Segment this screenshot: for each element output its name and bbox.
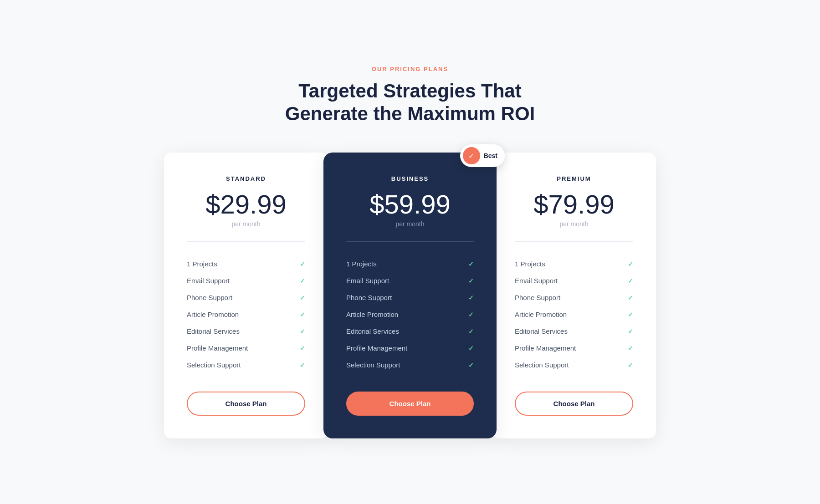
list-item: Phone Support✓ (515, 289, 633, 306)
check-icon: ✓ (300, 328, 305, 335)
check-icon: ✓ (300, 277, 305, 285)
plan-card-premium: PREMIUM $79.99 per month 1 Projects✓ Ema… (492, 153, 656, 438)
check-icon: ✓ (468, 311, 474, 318)
list-item: Profile Management✓ (187, 340, 305, 356)
list-item: Article Promotion✓ (187, 306, 305, 323)
check-icon: ✓ (628, 328, 633, 335)
list-item: Email Support✓ (515, 272, 633, 289)
list-item: Selection Support✓ (187, 356, 305, 373)
features-list-business: 1 Projects✓ Email Support✓ Phone Support… (346, 255, 474, 373)
check-icon: ✓ (468, 361, 474, 369)
features-list-standard: 1 Projects✓ Email Support✓ Phone Support… (187, 255, 305, 373)
list-item: Profile Management✓ (515, 340, 633, 356)
list-item: Editorial Services✓ (346, 323, 474, 340)
plan-period-premium: per month (515, 220, 633, 228)
plan-period-business: per month (346, 220, 474, 228)
plan-name-standard: STANDARD (187, 175, 305, 182)
list-item: Article Promotion✓ (346, 306, 474, 323)
best-badge-icon: ✓ (463, 147, 480, 164)
check-icon: ✓ (300, 294, 305, 301)
check-icon: ✓ (468, 260, 474, 268)
plan-price-premium: $79.99 (515, 191, 633, 218)
best-badge-label: Best (484, 152, 497, 159)
list-item: Editorial Services✓ (515, 323, 633, 340)
plan-divider-standard (187, 241, 305, 242)
plan-name-business: BUSINESS (346, 175, 474, 182)
plan-price-standard: $29.99 (187, 191, 305, 218)
badge-check-icon: ✓ (468, 152, 474, 160)
features-list-premium: 1 Projects✓ Email Support✓ Phone Support… (515, 255, 633, 373)
check-icon: ✓ (628, 260, 633, 268)
list-item: Selection Support✓ (346, 356, 474, 373)
plans-container: STANDARD $29.99 per month 1 Projects✓ Em… (164, 153, 656, 438)
check-icon: ✓ (628, 277, 633, 285)
check-icon: ✓ (628, 345, 633, 352)
plan-divider-business (346, 241, 474, 242)
check-icon: ✓ (300, 345, 305, 352)
list-item: 1 Projects✓ (515, 255, 633, 272)
list-item: Phone Support✓ (187, 289, 305, 306)
list-item: Phone Support✓ (346, 289, 474, 306)
check-icon: ✓ (300, 311, 305, 318)
choose-plan-button-standard[interactable]: Choose Plan (187, 392, 305, 416)
choose-plan-button-premium[interactable]: Choose Plan (515, 392, 633, 416)
list-item: Email Support✓ (346, 272, 474, 289)
check-icon: ✓ (628, 361, 633, 369)
list-item: Email Support✓ (187, 272, 305, 289)
page-header: OUR PRICING PLANS Targeted Strategies Th… (285, 66, 535, 126)
check-icon: ✓ (300, 260, 305, 268)
plan-card-standard: STANDARD $29.99 per month 1 Projects✓ Em… (164, 153, 328, 438)
list-item: Selection Support✓ (515, 356, 633, 373)
plan-period-standard: per month (187, 220, 305, 228)
list-item: 1 Projects✓ (346, 255, 474, 272)
plan-name-premium: PREMIUM (515, 175, 633, 182)
choose-plan-button-business[interactable]: Choose Plan (346, 392, 474, 416)
page-title: Targeted Strategies That Generate the Ma… (285, 80, 535, 126)
plan-divider-premium (515, 241, 633, 242)
list-item: Article Promotion✓ (515, 306, 633, 323)
eyebrow-label: OUR PRICING PLANS (285, 66, 535, 72)
list-item: 1 Projects✓ (187, 255, 305, 272)
check-icon: ✓ (468, 345, 474, 352)
check-icon: ✓ (468, 294, 474, 301)
check-icon: ✓ (628, 311, 633, 318)
check-icon: ✓ (300, 361, 305, 369)
list-item: Profile Management✓ (346, 340, 474, 356)
best-badge: ✓ Best (460, 144, 505, 167)
check-icon: ✓ (628, 294, 633, 301)
check-icon: ✓ (468, 328, 474, 335)
check-icon: ✓ (468, 277, 474, 285)
plan-price-business: $59.99 (346, 191, 474, 218)
list-item: Editorial Services✓ (187, 323, 305, 340)
plan-card-business: ✓ Best BUSINESS $59.99 per month 1 Proje… (323, 153, 497, 438)
